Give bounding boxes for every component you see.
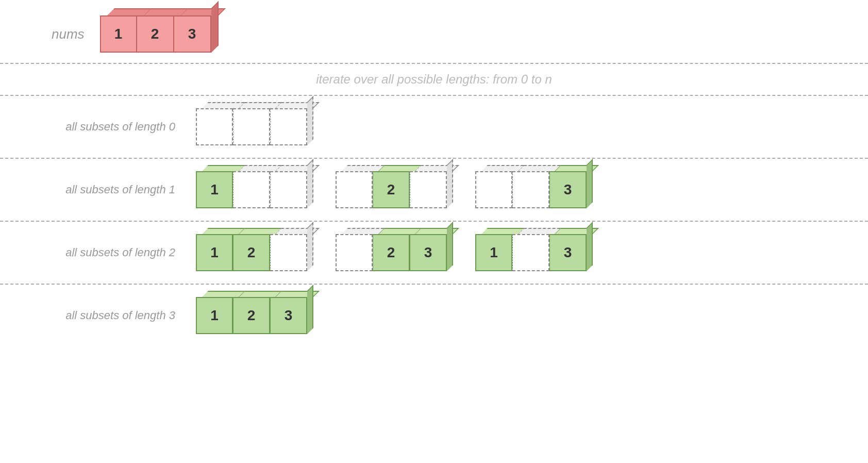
sections-container: all subsets of length 0all subsets of le… [0, 96, 868, 346]
section-label-3: all subsets of length 3 [0, 309, 196, 322]
red-array-3d: 123 [100, 15, 211, 53]
dashed-cell-2-1-0 [336, 234, 373, 271]
array-group-1-2: 3 [475, 171, 587, 208]
section-content-1: 123 [196, 171, 868, 208]
green-cell-2-0-0: 1 [196, 234, 233, 271]
dashed-cell-1-2-1 [512, 171, 549, 208]
nums-cell-1: 2 [137, 15, 174, 53]
dashed-cell-1-1-2 [410, 171, 447, 208]
array-group-1-1: 2 [336, 171, 447, 208]
section-label-1: all subsets of length 1 [0, 183, 196, 196]
nums-array: 123 [100, 15, 211, 53]
section-0: all subsets of length 0 [0, 96, 868, 158]
section-content-3: 123 [196, 297, 868, 334]
nums-cell-0: 1 [100, 15, 137, 53]
iterate-label: iterate over all possible lengths: from … [0, 64, 868, 95]
section-1: all subsets of length 1123 [0, 159, 868, 221]
nums-cell-2: 3 [174, 15, 211, 53]
array-group-1-0: 1 [196, 171, 307, 208]
green-cell-2-0-1: 2 [233, 234, 270, 271]
dashed-cell-1-1-0 [336, 171, 373, 208]
array-group-0-0 [196, 108, 307, 145]
dashed-cell-0-0-2 [270, 108, 307, 145]
dashed-cell-2-2-1 [512, 234, 549, 271]
array-group-2-0: 12 [196, 234, 307, 271]
green-cell-3-0-0: 1 [196, 297, 233, 334]
array-group-3-0: 123 [196, 297, 307, 334]
section-content-0 [196, 108, 868, 145]
nums-label: nums [52, 26, 85, 42]
dashed-cell-0-0-0 [196, 108, 233, 145]
dashed-cell-0-0-1 [233, 108, 270, 145]
section-3: all subsets of length 3123 [0, 285, 868, 346]
green-cell-2-1-1: 2 [373, 234, 410, 271]
green-cell-1-1-1: 2 [373, 171, 410, 208]
green-cell-3-0-2: 3 [270, 297, 307, 334]
green-cell-2-2-0: 1 [475, 234, 512, 271]
green-cell-2-2-2: 3 [549, 234, 587, 271]
dashed-cell-1-0-1 [233, 171, 270, 208]
section-label-0: all subsets of length 0 [0, 120, 196, 134]
section-content-2: 122313 [196, 234, 868, 271]
dashed-cell-1-2-0 [475, 171, 512, 208]
green-cell-3-0-1: 2 [233, 297, 270, 334]
top-section: nums 123 [0, 0, 868, 63]
section-label-2: all subsets of length 2 [0, 246, 196, 259]
array-group-2-1: 23 [336, 234, 447, 271]
green-cell-1-2-2: 3 [549, 171, 587, 208]
section-2: all subsets of length 2122313 [0, 222, 868, 284]
green-cell-1-0-0: 1 [196, 171, 233, 208]
dashed-cell-1-0-2 [270, 171, 307, 208]
dashed-cell-2-0-2 [270, 234, 307, 271]
array-group-2-2: 13 [475, 234, 587, 271]
green-cell-2-1-2: 3 [410, 234, 447, 271]
